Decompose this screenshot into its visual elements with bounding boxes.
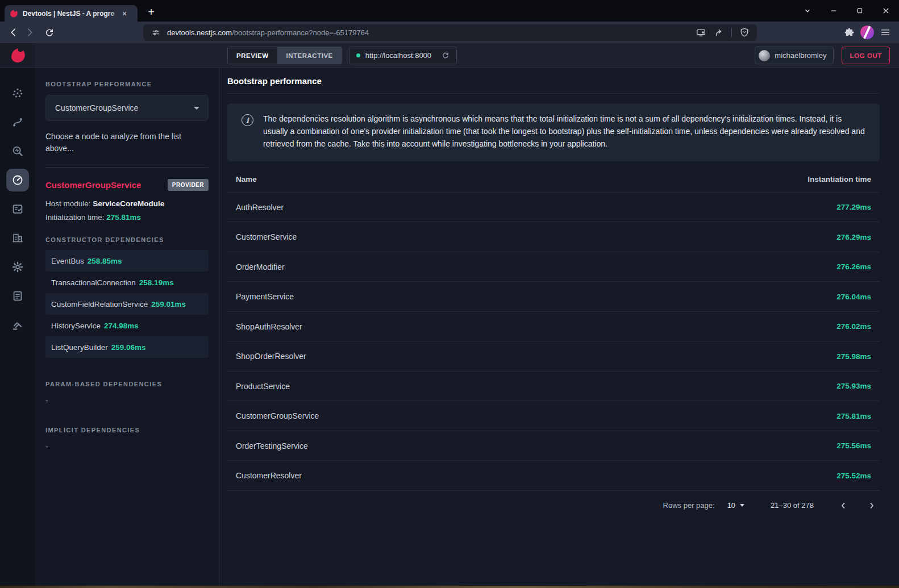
dep-item[interactable]: HistoryService 274.98ms (45, 315, 209, 336)
table-row[interactable]: OrderModifier 276.26ms (227, 252, 880, 282)
table-row[interactable]: OrderTestingService 275.56ms (227, 431, 880, 461)
sidebar-panel: BOOTSTRAP PERFORMANCE CustomerGroupServi… (35, 68, 219, 586)
share-icon[interactable] (712, 26, 726, 39)
tab-title: Devtools | NestJS - A progressive (23, 10, 115, 18)
nav-modules-icon[interactable] (6, 227, 29, 249)
logout-button[interactable]: LOG OUT (842, 47, 890, 64)
forward-icon[interactable] (22, 24, 38, 40)
target-url-pill[interactable]: http://localhost:8000 (349, 47, 457, 64)
url-text: devtools.nestjs.com/bootstrap-performanc… (167, 28, 369, 37)
node-hint: Choose a node to analyze from the list a… (45, 131, 209, 155)
app-body: BOOTSTRAP PERFORMANCE CustomerGroupServi… (0, 68, 899, 586)
user-avatar (759, 50, 770, 61)
interactive-button[interactable]: INTERACTIVE (278, 47, 342, 64)
dep-item[interactable]: TransactionalConnection 258.19ms (45, 272, 209, 293)
table-row[interactable]: ShopOrderResolver 275.98ms (227, 341, 880, 371)
browser-profile-avatar[interactable] (860, 26, 874, 39)
menu-icon[interactable] (877, 24, 893, 40)
back-icon[interactable] (6, 24, 22, 40)
node-select[interactable]: CustomerGroupService (45, 95, 209, 121)
nav-checklist-icon[interactable] (6, 198, 29, 220)
chevron-down-icon (740, 504, 744, 507)
init-time-value: 275.81ms (106, 213, 141, 222)
nestjs-favicon-icon (9, 9, 18, 18)
user-chip[interactable]: michaelbromley (755, 47, 834, 64)
connection-status-dot (356, 53, 360, 57)
dep-item[interactable]: ListQueryBuilder 259.06ms (45, 336, 209, 358)
header-right: michaelbromley LOG OUT (755, 47, 899, 64)
info-icon: i (242, 114, 253, 126)
table-row[interactable]: PaymentService 276.04ms (227, 281, 880, 311)
column-instantiation-time: Instantiation time (808, 175, 871, 184)
browser-window: Devtools | NestJS - A progressive × + (0, 0, 899, 586)
host-module-value: ServiceCoreModule (93, 199, 164, 208)
dep-item[interactable]: CustomFieldRelationService 259.01ms (45, 293, 209, 315)
table-row[interactable]: CustomerResolver 275.52ms (227, 460, 880, 490)
maximize-button[interactable] (847, 0, 873, 22)
info-banner: i The dependencies resolution algorithm … (227, 103, 880, 161)
site-settings-icon[interactable] (149, 26, 163, 39)
table-row[interactable]: CustomerGroupService 275.81ms (227, 401, 880, 431)
target-url: http://localhost:8000 (365, 51, 431, 60)
address-divider (731, 28, 732, 37)
app-header-bar: PREVIEW INTERACTIVE http://localhost:800… (35, 43, 899, 68)
tab-search-icon[interactable] (794, 0, 821, 22)
selected-node-header: CustomerGroupService PROVIDER (45, 179, 209, 191)
preview-button[interactable]: PREVIEW (228, 47, 278, 64)
rows-per-page-select[interactable]: 10 (727, 501, 744, 510)
mode-controls: PREVIEW INTERACTIVE http://localhost:800… (227, 47, 457, 64)
nav-inspector-icon[interactable] (6, 140, 29, 162)
table-row[interactable]: ProductService 275.93ms (227, 371, 880, 401)
param-deps-empty: - (45, 396, 209, 405)
table-row[interactable]: AuthResolver 277.29ms (227, 192, 880, 222)
rows-per-page-label: Rows per page: (663, 501, 715, 510)
page-title: Bootstrap performance (227, 68, 880, 94)
browser-tab[interactable]: Devtools | NestJS - A progressive × (5, 5, 138, 22)
username: michaelbromley (775, 51, 826, 60)
new-tab-button[interactable]: + (143, 4, 159, 20)
panel-divider (45, 167, 209, 168)
implicit-deps-empty: - (45, 442, 209, 451)
provider-badge: PROVIDER (168, 179, 209, 191)
browser-toolbar: devtools.nestjs.com/bootstrap-performanc… (0, 22, 899, 43)
previous-page-icon[interactable] (835, 498, 851, 514)
nav-performance-icon[interactable] (6, 169, 29, 191)
node-select-value: CustomerGroupService (55, 103, 138, 112)
constructor-deps-title: CONSTRUCTOR DEPENDENCIES (45, 236, 209, 243)
brave-shield-icon[interactable] (738, 26, 751, 39)
dep-item[interactable]: EventBus 258.85ms (45, 250, 209, 272)
nav-settings-icon[interactable] (6, 256, 29, 278)
param-deps-title: PARAM-BASED DEPENDENCIES (45, 381, 209, 387)
app-header: PREVIEW INTERACTIVE http://localhost:800… (0, 43, 899, 68)
init-time-label: Initialization time: (45, 213, 105, 222)
section-title: BOOTSTRAP PERFORMANCE (45, 81, 209, 87)
table-row[interactable]: CustomerService 276.29ms (227, 222, 880, 252)
next-page-icon[interactable] (864, 498, 880, 514)
host-module-line: Host module: ServiceCoreModule (45, 199, 209, 208)
target-reload-icon[interactable] (441, 51, 450, 60)
address-bar[interactable]: devtools.nestjs.com/bootstrap-performanc… (143, 24, 757, 41)
table-pagination: Rows per page: 10 21–30 of 278 (227, 490, 880, 520)
implicit-deps-title: IMPLICIT DEPENDENCIES (45, 427, 209, 433)
extensions-icon[interactable] (841, 24, 857, 40)
reload-icon[interactable] (41, 24, 57, 40)
minimize-button[interactable] (821, 0, 847, 22)
column-name: Name (236, 175, 257, 184)
host-module-label: Host module: (45, 199, 91, 208)
url-domain: devtools.nestjs.com (167, 28, 232, 37)
nav-audit-icon[interactable] (6, 314, 29, 336)
nav-graph-icon[interactable] (6, 82, 29, 105)
table-row[interactable]: ShopAuthResolver 276.02ms (227, 311, 880, 341)
rows-per-page-value: 10 (727, 501, 735, 510)
init-time-line: Initialization time: 275.81ms (45, 213, 209, 222)
close-window-button[interactable] (873, 0, 899, 22)
send-to-device-icon[interactable] (694, 26, 707, 39)
info-banner-text: The dependencies resolution algorithm is… (263, 113, 865, 151)
nav-routes-icon[interactable] (6, 111, 29, 134)
nav-docs-icon[interactable] (6, 285, 29, 307)
tab-strip: Devtools | NestJS - A progressive × + (0, 0, 899, 22)
chevron-down-icon (194, 107, 199, 110)
bootstrap-table: Name Instantiation time AuthResolver 277… (227, 166, 880, 520)
nestjs-logo (0, 43, 35, 68)
pagination-range: 21–30 of 278 (771, 501, 814, 510)
